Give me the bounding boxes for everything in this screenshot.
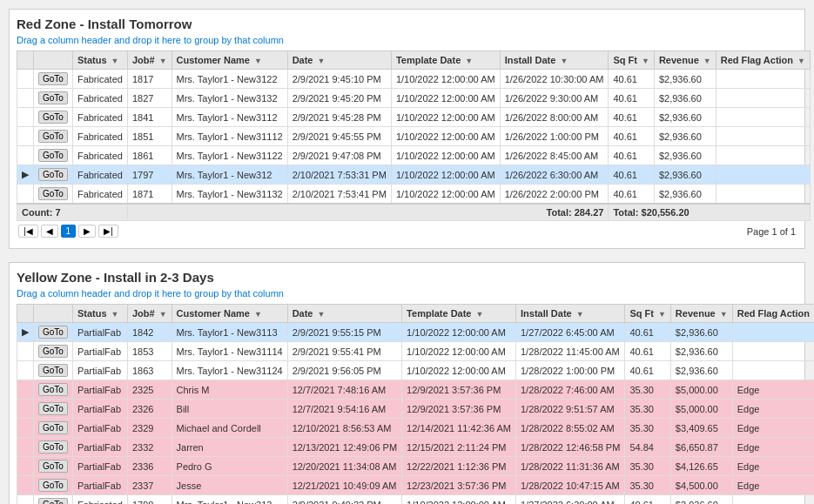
- revenue-cell: $6,650.87: [670, 438, 732, 457]
- goto-button[interactable]: GoTo: [38, 383, 68, 396]
- goto-button[interactable]: GoTo: [38, 168, 68, 181]
- redflag-cell: [732, 323, 814, 342]
- goto-button[interactable]: GoTo: [38, 91, 68, 104]
- goto-cell[interactable]: GoTo: [34, 419, 73, 438]
- goto-button[interactable]: GoTo: [38, 72, 68, 85]
- redflag-cell: [716, 127, 810, 146]
- revenue-col-header-y[interactable]: Revenue ▼: [670, 305, 732, 323]
- goto-cell[interactable]: GoTo: [34, 127, 73, 146]
- redflag-cell: [716, 146, 810, 165]
- customer-cell: Mrs. Taylor1 - New313: [172, 495, 287, 505]
- revenue-cell: $2,936.60: [654, 165, 716, 185]
- goto-button[interactable]: GoTo: [38, 402, 68, 415]
- first-page-btn[interactable]: |◀: [18, 225, 38, 238]
- goto-button[interactable]: GoTo: [38, 421, 68, 434]
- customer-cell: Bill: [172, 400, 287, 419]
- job-cell: 1817: [127, 70, 172, 89]
- revenue-cell: $3,409.65: [670, 419, 732, 438]
- next-page-btn[interactable]: ▶: [78, 225, 96, 238]
- sqft-cell: 40.61: [609, 185, 654, 205]
- goto-button[interactable]: GoTo: [38, 479, 68, 492]
- arrow-cell: [17, 457, 34, 476]
- goto-cell[interactable]: GoTo: [34, 400, 73, 419]
- template-date-cell: 12/9/2021 3:57:36 PM: [402, 380, 516, 400]
- goto-button[interactable]: GoTo: [38, 130, 68, 143]
- goto-cell[interactable]: GoTo: [34, 476, 73, 495]
- date-cell: 12/7/2021 7:48:16 AM: [287, 380, 401, 400]
- date-col-header-y[interactable]: Date ▼: [287, 305, 401, 323]
- goto-cell[interactable]: GoTo: [34, 108, 73, 127]
- install-date-cell: 1/26/2022 8:45:00 AM: [500, 146, 609, 165]
- template-date-col-header[interactable]: Template Date ▼: [391, 51, 500, 70]
- redflag-col-header-y[interactable]: Red Flag Action ▼: [732, 305, 814, 323]
- goto-cell[interactable]: GoTo: [34, 89, 73, 108]
- goto-button[interactable]: GoTo: [38, 364, 68, 377]
- red-zone-total-revenue: Total: $20,556.20: [609, 204, 811, 221]
- date-cell: 2/9/2021 9:47:08 PM: [287, 146, 391, 165]
- install-date-col-header[interactable]: Install Date ▼: [500, 51, 609, 70]
- goto-cell[interactable]: GoTo: [34, 146, 73, 165]
- customer-cell: Chris M: [172, 380, 287, 400]
- goto-button[interactable]: GoTo: [38, 187, 68, 200]
- install-date-col-header-y[interactable]: Install Date ▼: [516, 305, 625, 323]
- goto-cell[interactable]: GoTo: [34, 495, 73, 505]
- table-row: GoTo Fabricated 1827 Mrs. Taylor1 - New3…: [17, 89, 811, 108]
- prev-page-btn[interactable]: ◀: [41, 225, 58, 238]
- customer-cell: Mrs. Taylor1 - New31132: [172, 185, 287, 205]
- goto-button[interactable]: GoTo: [38, 111, 68, 124]
- redflag-cell: Edge: [732, 419, 814, 438]
- sqft-col-header[interactable]: Sq Ft ▼: [609, 51, 654, 70]
- goto-cell[interactable]: GoTo: [34, 438, 73, 457]
- goto-cell[interactable]: GoTo: [34, 323, 73, 342]
- template-date-cell: 1/10/2022 12:00:00 AM: [391, 127, 500, 146]
- install-date-cell: 1/26/2022 2:00:00 PM: [500, 185, 609, 205]
- customer-col-header[interactable]: Customer Name ▼: [172, 51, 287, 70]
- goto-cell[interactable]: GoTo: [34, 342, 73, 361]
- status-cell: Fabricated: [72, 146, 127, 165]
- goto-button[interactable]: GoTo: [38, 440, 68, 454]
- goto-button[interactable]: GoTo: [38, 326, 68, 339]
- status-col-header-y[interactable]: Status ▼: [72, 305, 127, 323]
- last-page-btn[interactable]: ▶|: [98, 225, 118, 238]
- revenue-col-header[interactable]: Revenue ▼: [654, 51, 716, 70]
- goto-cell[interactable]: GoTo: [34, 70, 73, 89]
- goto-cell[interactable]: GoTo: [34, 457, 73, 476]
- install-date-cell: 1/27/2022 6:45:00 AM: [516, 323, 625, 342]
- install-date-cell: 1/28/2022 12:46:58 PM: [516, 438, 625, 457]
- job-col-header[interactable]: Job# ▼: [127, 51, 172, 70]
- red-zone-table: Status ▼ Job# ▼ Customer Name ▼ Date ▼ T…: [17, 50, 811, 221]
- goto-button[interactable]: GoTo: [38, 460, 68, 473]
- template-date-col-header-y[interactable]: Template Date ▼: [402, 305, 516, 323]
- table-row: GoTo PartialFab 2329 Michael and Cordell…: [17, 419, 815, 438]
- job-cell: 1853: [127, 342, 172, 361]
- goto-button[interactable]: GoTo: [38, 345, 68, 358]
- page-1-btn[interactable]: 1: [61, 225, 77, 238]
- date-cell: 12/13/2021 12:49:06 PM: [287, 438, 401, 457]
- goto-button[interactable]: GoTo: [38, 498, 68, 504]
- job-col-header-y[interactable]: Job# ▼: [127, 305, 172, 323]
- red-zone-footer: Count: 7 Total: 284.27 Total: $20,556.20: [17, 204, 811, 221]
- redflag-cell: Edge: [732, 380, 814, 400]
- install-date-cell: 1/26/2022 6:30:00 AM: [500, 165, 609, 185]
- sqft-col-header-y[interactable]: Sq Ft ▼: [625, 305, 670, 323]
- customer-col-header-y[interactable]: Customer Name ▼: [172, 305, 287, 323]
- status-col-header[interactable]: Status ▼: [72, 51, 127, 70]
- sqft-cell: 40.61: [609, 165, 654, 185]
- table-row: GoTo Fabricated 1817 Mrs. Taylor1 - New3…: [17, 70, 811, 89]
- redflag-col-header[interactable]: Red Flag Action ▼: [716, 51, 810, 70]
- install-date-cell: 1/26/2022 1:00:00 PM: [500, 127, 609, 146]
- date-col-header[interactable]: Date ▼: [287, 51, 391, 70]
- arrow-cell: [17, 127, 34, 146]
- goto-cell[interactable]: GoTo: [34, 165, 73, 185]
- job-cell: 2326: [127, 400, 172, 419]
- goto-cell[interactable]: GoTo: [34, 361, 73, 380]
- goto-button[interactable]: GoTo: [38, 149, 68, 162]
- date-cell: 12/20/2021 11:34:08 AM: [287, 457, 401, 476]
- customer-cell: Michael and Cordell: [172, 419, 287, 438]
- template-date-cell: 12/9/2021 3:57:36 PM: [402, 400, 516, 419]
- goto-cell[interactable]: GoTo: [34, 380, 73, 400]
- status-cell: PartialFab: [72, 419, 127, 438]
- job-cell: 2332: [127, 438, 172, 457]
- goto-cell[interactable]: GoTo: [34, 185, 73, 205]
- arrow-cell: [17, 380, 34, 400]
